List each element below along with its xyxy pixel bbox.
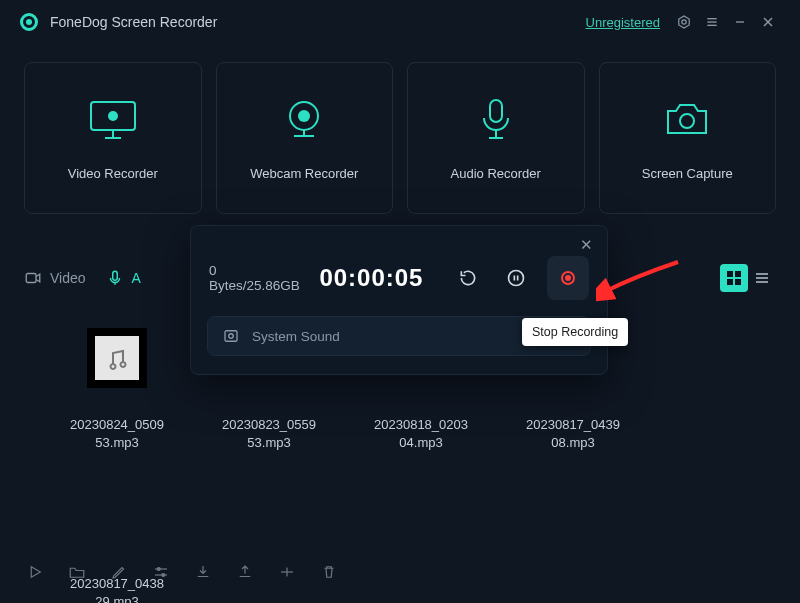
svg-rect-21 [727,271,733,277]
titlebar: FoneDog Screen Recorder Unregistered [0,0,800,44]
monitor-icon [87,96,139,144]
svg-rect-24 [735,279,741,285]
pause-button[interactable] [499,260,533,296]
card-video-label: Video Recorder [68,166,158,181]
list-item[interactable]: 20230824_050953.mp3 [48,306,186,451]
file-name: 20230823_055953.mp3 [222,416,316,451]
recording-size-text: 0 Bytes/25.86GB [209,263,305,293]
adjust-button[interactable] [152,563,170,581]
library-tab-video-label: Video [50,270,86,286]
close-button[interactable] [754,8,782,36]
library-tab-audio[interactable]: A [106,269,141,287]
bottom-toolbar [24,553,776,591]
file-name: 20230817_043908.mp3 [526,416,620,451]
svg-marker-28 [31,567,40,578]
audio-thumb-icon [87,328,147,388]
audio-source-label: System Sound [252,329,550,344]
card-webcam-recorder[interactable]: Webcam Recorder [216,62,394,214]
trim-button[interactable] [278,563,296,581]
svg-rect-19 [112,271,117,280]
unregistered-link[interactable]: Unregistered [586,15,660,30]
view-list-button[interactable] [748,264,776,292]
menu-icon[interactable] [698,8,726,36]
microphone-icon [476,96,516,144]
svg-point-32 [162,574,165,577]
webcam-icon [280,96,328,144]
svg-rect-18 [26,274,36,283]
svg-point-17 [680,114,694,128]
card-audio-label: Audio Recorder [451,166,541,181]
svg-point-13 [298,110,310,122]
svg-rect-22 [735,271,741,277]
stop-recording-tooltip: Stop Recording [522,318,628,346]
recording-timer: 00:00:05 [319,264,423,292]
rename-button[interactable] [110,563,128,581]
card-video-recorder[interactable]: Video Recorder [24,62,202,214]
play-button[interactable] [26,563,44,581]
delete-button[interactable] [320,563,338,581]
svg-point-31 [157,568,160,571]
svg-rect-38 [225,331,237,342]
export-button[interactable] [236,563,254,581]
speaker-icon [222,327,240,345]
mode-cards: Video Recorder Webcam Recorder Audio Rec… [0,44,800,214]
minimize-button[interactable] [726,8,754,36]
file-name: 20230818_020304.mp3 [374,416,468,451]
card-webcam-label: Webcam Recorder [250,166,358,181]
recording-popup: ✕ 0 Bytes/25.86GB 00:00:05 System Sound [190,225,608,375]
app-logo-icon [20,13,38,31]
open-folder-button[interactable] [68,563,86,581]
card-screen-capture[interactable]: Screen Capture [599,62,777,214]
camera-icon [662,96,712,144]
app-title: FoneDog Screen Recorder [50,14,217,30]
svg-rect-23 [727,279,733,285]
restart-button[interactable] [451,260,485,296]
file-name: 20230824_050953.mp3 [70,416,164,451]
stop-recording-button[interactable] [547,256,589,300]
view-grid-button[interactable] [720,264,748,292]
record-icon [561,271,575,285]
card-capture-label: Screen Capture [642,166,733,181]
svg-point-35 [509,271,524,286]
svg-point-39 [229,334,234,339]
popup-close-button[interactable]: ✕ [575,234,597,256]
svg-marker-0 [679,16,689,28]
settings-gear-icon[interactable] [670,8,698,36]
svg-rect-14 [490,100,502,122]
library-tab-video[interactable]: Video [24,269,86,287]
svg-point-1 [682,20,686,24]
library-tab-audio-label: A [132,270,141,286]
svg-point-9 [108,111,118,121]
import-button[interactable] [194,563,212,581]
card-audio-recorder[interactable]: Audio Recorder [407,62,585,214]
